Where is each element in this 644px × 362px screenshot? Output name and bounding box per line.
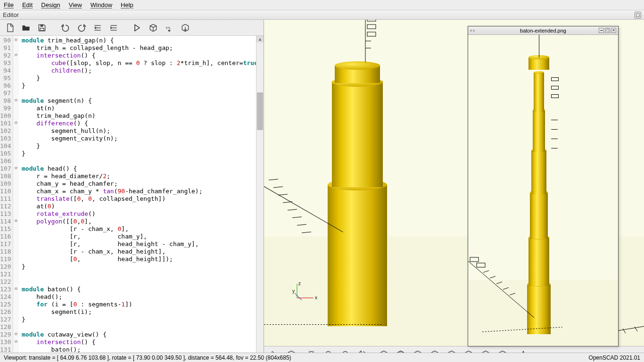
render-button[interactable] <box>147 22 159 34</box>
baton-segment-lower <box>328 185 387 326</box>
z-axis-ticks <box>361 20 380 64</box>
svg-text:z: z <box>298 281 301 286</box>
svg-line-10 <box>269 179 278 180</box>
scrollbar-thumb[interactable] <box>257 92 263 130</box>
status-viewport-text: Viewport: translate = [ 64.09 6.76 103.6… <box>4 354 291 361</box>
baton-segment-upper <box>332 81 383 187</box>
svg-line-34 <box>490 276 495 278</box>
svg-line-14 <box>288 209 297 210</box>
ext-z-axis <box>539 35 539 58</box>
svg-text:y: y <box>292 288 295 294</box>
menu-window[interactable]: Window <box>91 1 112 8</box>
ext-seg-3 <box>531 150 546 194</box>
svg-rect-0 <box>636 13 639 16</box>
svg-rect-20 <box>367 25 376 29</box>
editor-scrollbar[interactable]: ▲ ▼ <box>256 36 264 362</box>
menu-edit[interactable]: Edit <box>22 1 33 8</box>
window-close-button[interactable]: × <box>611 28 616 33</box>
svg-line-11 <box>273 187 283 188</box>
fold-gutter[interactable]: ⊟⊟⊟⊟⊟⊟⊟⊟⊟ <box>13 36 19 362</box>
menu-bar: File Edit Design View Window Help <box>0 0 644 10</box>
svg-rect-21 <box>367 32 376 36</box>
svg-line-12 <box>278 194 288 195</box>
axis-legend: z x y <box>292 281 321 305</box>
svg-line-16 <box>297 224 306 225</box>
status-bar: Viewport: translate = [ 64.09 6.76 103.6… <box>0 353 644 362</box>
svg-text:x: x <box>315 295 317 300</box>
new-file-button[interactable] <box>4 22 16 34</box>
indent-button[interactable] <box>107 22 120 34</box>
ext-floor-axis <box>468 256 618 341</box>
editor-title: Editor <box>3 11 19 18</box>
svg-rect-19 <box>367 20 376 21</box>
float-window[interactable]: baton-extended.png ‒ □ × <box>468 26 619 346</box>
unindent-button[interactable] <box>91 22 104 34</box>
svg-rect-1 <box>40 28 44 30</box>
scroll-up-icon[interactable]: ▲ <box>256 36 264 42</box>
ext-seg-2 <box>530 193 548 239</box>
x-axis-dashed <box>264 324 382 325</box>
code-editor[interactable]: 9091929394959697989910010110210310410510… <box>0 36 264 362</box>
code-text[interactable]: module trim_head_gap(n) { trim_h = colla… <box>19 36 256 362</box>
editor-toolbar: STL <box>0 20 264 36</box>
float-window-body <box>468 35 618 346</box>
editor-pane: STL 909192939495969798991001011021031041… <box>0 20 264 362</box>
send-to-print-button[interactable] <box>179 22 191 34</box>
window-maximize-button[interactable]: □ <box>605 28 610 33</box>
editor-titlebar: Editor <box>0 10 644 20</box>
redo-button[interactable] <box>75 22 88 34</box>
svg-text:STL: STL <box>166 26 171 29</box>
status-version-text: OpenSCAD 2021.01 <box>589 354 640 361</box>
menu-file[interactable]: File <box>4 1 14 8</box>
svg-line-17 <box>302 232 311 233</box>
export-stl-button[interactable]: STL <box>163 22 175 34</box>
undo-button[interactable] <box>59 22 72 34</box>
svg-line-31 <box>468 261 534 318</box>
menu-design[interactable]: Design <box>41 1 60 8</box>
svg-line-33 <box>483 271 489 272</box>
svg-line-37 <box>510 293 515 295</box>
float-window-title: baton-extended.png <box>520 28 566 33</box>
svg-rect-39 <box>477 263 485 267</box>
save-file-button[interactable] <box>36 22 48 34</box>
window-minimize-button[interactable]: ‒ <box>599 28 604 33</box>
svg-line-35 <box>496 282 502 284</box>
editor-close-button[interactable] <box>635 12 641 18</box>
menu-help[interactable]: Help <box>121 1 133 8</box>
ext-seg-4 <box>533 110 545 152</box>
svg-line-15 <box>292 217 302 218</box>
menu-view[interactable]: View <box>69 1 82 8</box>
float-window-titlebar[interactable]: baton-extended.png ‒ □ × <box>468 26 618 35</box>
grid-ticks-left <box>264 175 330 271</box>
svg-rect-38 <box>470 257 479 262</box>
svg-line-6 <box>295 293 302 300</box>
svg-rect-2 <box>41 25 43 26</box>
svg-line-36 <box>503 288 509 289</box>
svg-line-40 <box>482 327 562 332</box>
preview-button[interactable] <box>131 22 143 34</box>
svg-line-13 <box>283 202 292 203</box>
line-gutter: 9091929394959697989910010110210310410510… <box>0 36 13 362</box>
window-grip-icon <box>470 30 475 32</box>
ext-seg-5 <box>534 73 544 112</box>
open-file-button[interactable] <box>20 22 32 34</box>
